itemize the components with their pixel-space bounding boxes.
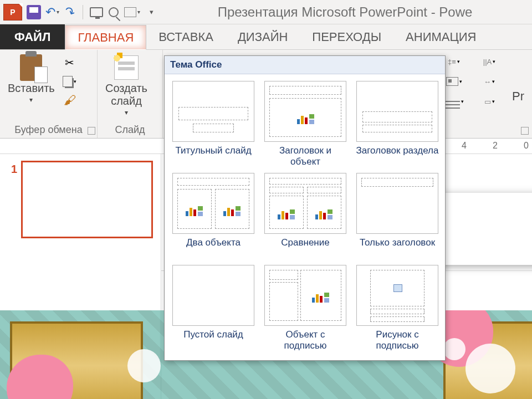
svg-rect-27	[320, 296, 323, 303]
svg-rect-15	[278, 214, 280, 219]
svg-rect-4	[309, 120, 314, 124]
ribbon-right-controls: ‡≡▾ ▾ ▾ ||A▾ ↔▾ ▭▾ Pr	[433, 50, 532, 138]
layout-item-section-header[interactable]: Заголовок раздела	[355, 81, 439, 167]
content-icon	[315, 208, 334, 220]
svg-rect-22	[323, 213, 326, 219]
screen-icon	[90, 7, 103, 17]
group-slides: Создать слайд ▾ Слайд	[98, 50, 163, 138]
paste-button[interactable]: Вставить ▾	[6, 53, 57, 105]
scissors-icon: ✂	[65, 56, 74, 69]
gallery-header: Тема Office	[165, 56, 445, 74]
svg-rect-1	[301, 116, 304, 124]
clipped-label: Pr	[512, 89, 524, 104]
line-spacing-icon: ‡≡	[448, 58, 456, 66]
content-icon	[277, 208, 296, 220]
layout-label: Рисунок с подписью	[355, 329, 439, 351]
svg-rect-13	[236, 206, 241, 211]
paragraph-dialog-launcher[interactable]	[521, 127, 529, 135]
redo-button[interactable]: ↶	[64, 4, 76, 20]
svg-rect-3	[309, 114, 314, 119]
svg-rect-19	[290, 215, 295, 219]
columns-button[interactable]: ↔▾	[477, 74, 502, 89]
svg-rect-5	[186, 211, 188, 216]
svg-rect-28	[324, 293, 329, 297]
insert-picture-button[interactable]: ▾	[124, 4, 140, 20]
slideshow-from-start-button[interactable]	[90, 4, 103, 20]
layout-item-content-caption[interactable]: Объект с подписью	[263, 265, 347, 351]
layout-label: Пустой слайд	[183, 329, 243, 351]
layout-item-picture-caption[interactable]: Рисунок с подписью	[355, 265, 439, 351]
layout-label: Сравнение	[281, 237, 329, 259]
svg-rect-21	[319, 211, 322, 219]
new-slide-label: Создать слайд	[105, 82, 147, 108]
picture-icon	[393, 284, 402, 292]
content-icon	[311, 291, 330, 303]
tab-file[interactable]: ФАЙЛ	[0, 24, 65, 49]
smartart-icon	[444, 101, 460, 102]
clipboard-icon	[20, 54, 42, 81]
svg-rect-2	[305, 117, 308, 124]
save-icon	[27, 5, 41, 19]
quick-access-toolbar: P ↶▾ ↶ ▾ ▾ Презентация Microsoft PowerPo…	[0, 0, 532, 24]
save-button[interactable]	[27, 4, 41, 20]
undo-button[interactable]: ↶▾	[45, 4, 59, 20]
clipboard-dialog-launcher[interactable]	[88, 127, 95, 135]
app-logo: P	[3, 4, 22, 21]
slide-layout-gallery: Тема Office Титульный слайд Заголовок и …	[164, 55, 446, 361]
format-painter-button[interactable]: 🖌	[63, 93, 77, 108]
svg-rect-25	[312, 298, 315, 303]
svg-rect-14	[236, 212, 241, 216]
svg-rect-23	[328, 209, 332, 214]
content-icon	[296, 112, 315, 125]
svg-rect-18	[290, 209, 295, 214]
layout-item-blank[interactable]: Пустой слайд	[171, 265, 255, 351]
layout-label: Объект с подписью	[263, 329, 347, 351]
undo-icon: ↶	[45, 5, 55, 19]
slide-number: 1	[11, 163, 17, 176]
ruler-mark-2: 2	[493, 141, 498, 151]
content-icon	[223, 204, 242, 217]
svg-rect-0	[297, 119, 300, 124]
tab-insert[interactable]: ВСТАВКА	[146, 24, 226, 49]
layout-label: Два объекта	[186, 237, 241, 259]
group-label-clipboard: Буфер обмена	[6, 123, 91, 137]
shapes-button[interactable]: ▭▾	[477, 94, 502, 109]
layout-label: Заголовок и объект	[263, 145, 347, 167]
svg-rect-17	[285, 213, 288, 219]
svg-rect-7	[193, 209, 196, 216]
cut-button[interactable]: ✂	[63, 55, 77, 70]
svg-rect-6	[190, 208, 192, 216]
layout-label: Заголовок раздела	[356, 145, 439, 167]
tab-design[interactable]: ДИЗАЙН	[226, 24, 300, 49]
svg-rect-29	[324, 298, 329, 303]
svg-rect-20	[315, 214, 318, 219]
print-preview-button[interactable]	[108, 4, 120, 20]
svg-rect-26	[316, 294, 319, 303]
qat-customize-button[interactable]: ▾	[145, 4, 157, 20]
tab-transitions[interactable]: ПЕРЕХОДЫ	[300, 24, 393, 49]
tab-home[interactable]: ГЛАВНАЯ	[65, 25, 146, 50]
group-clipboard: Вставить ▾ ✂ ▾ 🖌 Буфер обмена	[0, 50, 98, 138]
text-direction-button[interactable]: ||A▾	[477, 54, 502, 69]
layout-label: Только заголовок	[360, 237, 435, 259]
layout-item-title-only[interactable]: Только заголовок	[355, 173, 439, 259]
tab-animations[interactable]: АНИМАЦИЯ	[393, 24, 488, 49]
new-slide-icon	[114, 55, 139, 80]
ruler-mark-4: 4	[462, 141, 467, 151]
group-label-slides: Слайд	[103, 123, 157, 137]
layout-item-title-slide[interactable]: Титульный слайд	[171, 81, 255, 167]
layout-item-two-content[interactable]: Два объекта	[171, 173, 255, 259]
redo-icon: ↶	[62, 3, 77, 21]
copy-icon	[63, 76, 73, 87]
paste-label: Вставить	[8, 82, 55, 95]
svg-rect-9	[198, 212, 203, 216]
svg-rect-10	[223, 211, 226, 216]
layout-item-comparison[interactable]: Сравнение	[263, 173, 347, 259]
copy-button[interactable]: ▾	[63, 74, 77, 89]
layout-label: Титульный слайд	[175, 145, 251, 167]
layout-item-title-content[interactable]: Заголовок и объект	[263, 81, 347, 167]
shapes-icon: ▭	[484, 98, 491, 106]
ribbon-tabs: ФАЙЛ ГЛАВНАЯ ВСТАВКА ДИЗАЙН ПЕРЕХОДЫ АНИ…	[0, 24, 532, 50]
slide-thumbnail-1[interactable]	[21, 161, 153, 238]
new-slide-button[interactable]: Создать слайд ▾	[103, 53, 150, 117]
